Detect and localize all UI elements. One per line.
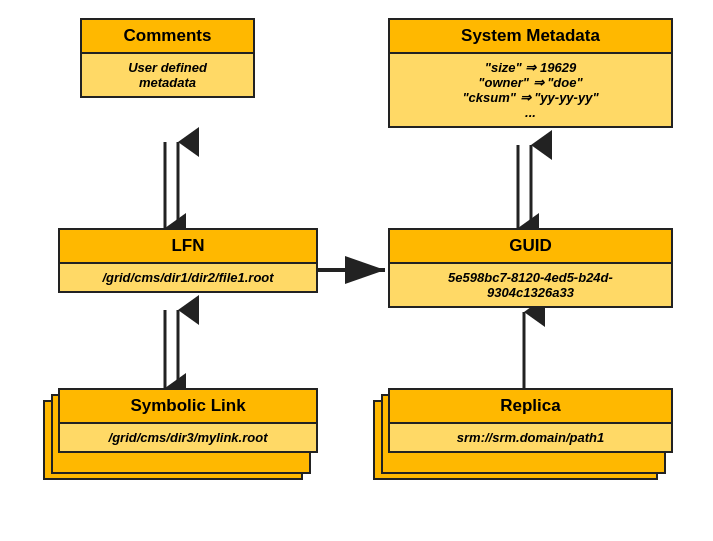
replica-content: srm://srm.domain/path1	[390, 424, 671, 451]
replica-title: Replica	[390, 390, 671, 424]
guid-content: 5e598bc7-8120-4ed5-b24d-9304c1326a33	[390, 264, 671, 306]
replica-box: Replica srm://srm.domain/path1	[388, 388, 673, 453]
comments-content: User definedmetadata	[82, 54, 253, 96]
comments-title: Comments	[82, 20, 253, 54]
symbolic-link-box: Symbolic Link /grid/cms/dir3/mylink.root	[58, 388, 318, 453]
lfn-title: LFN	[60, 230, 316, 264]
guid-box: GUID 5e598bc7-8120-4ed5-b24d-9304c1326a3…	[388, 228, 673, 308]
lfn-box: LFN /grid/cms/dir1/dir2/file1.root	[58, 228, 318, 293]
guid-title: GUID	[390, 230, 671, 264]
system-metadata-box: System Metadata "size" ⇒ 19629 "owner" ⇒…	[388, 18, 673, 128]
system-metadata-content: "size" ⇒ 19629 "owner" ⇒ "doe" "cksum" ⇒…	[390, 54, 671, 126]
symbolic-link-title: Symbolic Link	[60, 390, 316, 424]
diagram: Comments User definedmetadata System Met…	[0, 0, 713, 541]
comments-box: Comments User definedmetadata	[80, 18, 255, 98]
lfn-content: /grid/cms/dir1/dir2/file1.root	[60, 264, 316, 291]
symbolic-link-content: /grid/cms/dir3/mylink.root	[60, 424, 316, 451]
system-metadata-title: System Metadata	[390, 20, 671, 54]
